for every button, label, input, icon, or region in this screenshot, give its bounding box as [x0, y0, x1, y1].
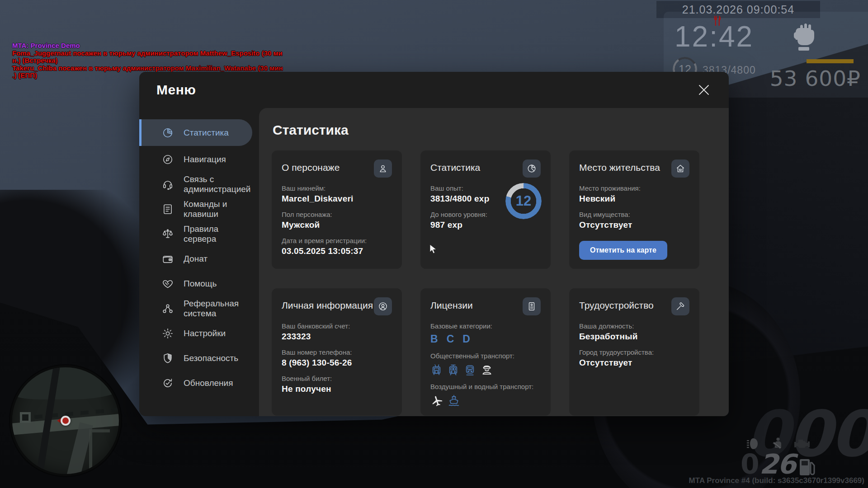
- license-category-c: C: [447, 333, 454, 345]
- sidebar-item-donate[interactable]: Донат: [139, 248, 252, 270]
- field-value: Не получен: [282, 384, 392, 394]
- chat-line: Foma_Juggernaut посажен в тюрьму админис…: [12, 50, 283, 57]
- field-label: Город трудоустройства:: [579, 348, 689, 356]
- field-value: Невский: [579, 194, 689, 204]
- sidebar-item-admin-contact[interactable]: Связь с администрацией: [139, 173, 252, 196]
- sidebar-item-label: Команды и клавиши: [184, 199, 246, 219]
- license-category-d: D: [462, 333, 470, 345]
- field-label: Ваш банковский счет:: [282, 322, 392, 330]
- field-label: Ваша должность:: [579, 322, 689, 330]
- card-licenses: Лицензии Базовые категории: B C D: [420, 288, 551, 416]
- sidebar-item-statistics[interactable]: Статистика: [139, 119, 252, 146]
- fuel-leading-digit: 0: [741, 448, 760, 480]
- hunger-icon: [712, 15, 722, 28]
- public-transport-licenses: [430, 363, 541, 376]
- compass-icon: [162, 154, 174, 165]
- sidebar-item-label: Безопасность: [184, 353, 238, 363]
- field-label: Ваш номер телефона:: [282, 348, 392, 356]
- money-accent-bar: [807, 59, 854, 63]
- ship-icon: [448, 394, 460, 407]
- license-category-b: B: [430, 333, 438, 345]
- field-value: Отсутствует: [579, 220, 689, 230]
- pie-chart-icon: [162, 127, 174, 139]
- field-value: 233323: [282, 332, 392, 342]
- fuel-gauge: 026: [741, 448, 815, 480]
- mark-on-map-button[interactable]: Отметить на карте: [579, 241, 667, 260]
- menu-header: Меню: [139, 72, 729, 108]
- chat-server-title: MTA: Province Demo: [12, 42, 283, 50]
- field-label: Вид имущества:: [579, 211, 689, 218]
- field-label: Место проживания:: [579, 184, 689, 192]
- gear-icon: [162, 328, 174, 339]
- heart-handshake-icon: [162, 278, 174, 290]
- card-title: Статистика: [430, 162, 480, 173]
- sidebar-item-label: Реферальная система: [184, 299, 246, 319]
- card-title: Трудоустройство: [579, 300, 654, 311]
- card-statistics: Статистика Ваш опыт: 3813/4800 exp До но…: [420, 150, 551, 269]
- card-employment: Трудоустройство Ваша должность: Безработ…: [569, 288, 699, 416]
- captain-cap-icon: [481, 363, 493, 376]
- field-label: Ваш никнейм:: [282, 184, 392, 192]
- sidebar-item-navigation[interactable]: Навигация: [139, 148, 252, 171]
- sidebar-item-label: Статистика: [184, 128, 229, 138]
- card-about-character: О персонаже Ваш никнейм: Marcel_Diskaver…: [272, 150, 402, 269]
- close-button[interactable]: [697, 83, 711, 97]
- minimap-building: [20, 412, 31, 423]
- server-build-info: MTA Province #4 (build: s3635c3670r1399v…: [689, 476, 864, 485]
- game-screen: MTA: Province Demo Foma_Juggernaut посаж…: [0, 0, 868, 488]
- sidebar-item-referral[interactable]: Реферальная система: [139, 297, 252, 320]
- minimap-player-marker: [61, 416, 71, 426]
- chat-line: н.) (Встречка): [12, 57, 283, 65]
- field-label: Военный билет:: [282, 375, 392, 382]
- menu-sidebar: Статистика Навигация Связь с администрац…: [139, 108, 259, 416]
- card-title: Место жительства: [579, 162, 660, 173]
- sidebar-item-settings[interactable]: Настройки: [139, 322, 252, 345]
- card-title: Личная информация: [282, 300, 373, 311]
- chat-line: Takeru_Chiba посажен в тюрьму администра…: [12, 65, 283, 72]
- air-water-licenses: [430, 394, 541, 407]
- sidebar-item-label: Связь с администрацией: [184, 174, 250, 194]
- plane-icon: [429, 392, 444, 408]
- train-icon: [464, 364, 476, 376]
- hammer-icon: [671, 297, 689, 315]
- sidebar-item-label: Помощь: [184, 279, 217, 289]
- sidebar-item-updates[interactable]: Обновления: [139, 372, 252, 394]
- license-categories: B C D: [430, 333, 541, 345]
- sidebar-item-label: Правила сервера: [184, 224, 246, 244]
- sidebar-item-server-rules[interactable]: Правила сервера: [139, 223, 252, 245]
- sidebar-item-label: Обновления: [184, 378, 233, 388]
- shield-icon: [162, 352, 174, 364]
- field-label: Дата и время регистрации:: [282, 237, 392, 244]
- card-title: О персонаже: [282, 162, 340, 173]
- card-residence: Место жительства Место проживания: Невск…: [569, 150, 699, 269]
- field-label: Пол персонажа:: [282, 211, 392, 218]
- raised-fist-icon: [791, 22, 815, 53]
- close-icon: [698, 84, 710, 96]
- sidebar-item-label: Навигация: [184, 155, 226, 164]
- field-value: Безработный: [579, 332, 689, 342]
- scales-icon: [162, 228, 174, 240]
- update-check-icon: [162, 377, 174, 389]
- mouse-cursor: [429, 244, 438, 257]
- menu-content: Статистика О персонаже Ваш никнейм: Ma: [259, 108, 729, 416]
- field-label: Воздушный и водный транспорт:: [430, 383, 541, 390]
- fuel-value: 26: [760, 448, 796, 480]
- sidebar-item-label: Донат: [184, 254, 208, 264]
- network-icon: [162, 303, 174, 314]
- field-label: Общественный транспорт:: [430, 352, 541, 360]
- fuel-pump-icon: [799, 458, 815, 476]
- level-value: 12: [505, 183, 542, 219]
- field-value: 987 exp: [430, 220, 541, 230]
- sidebar-item-security[interactable]: Безопасность: [139, 347, 252, 370]
- field-value: 8 (963) 130-56-26: [282, 358, 392, 368]
- headset-icon: [162, 178, 174, 190]
- license-card-icon: [523, 297, 541, 315]
- tram-icon: [447, 364, 459, 376]
- field-value: Marcel_Diskaveri: [282, 194, 392, 204]
- field-label: Базовые категории:: [430, 322, 541, 330]
- minimap: [10, 365, 121, 476]
- sidebar-item-help[interactable]: Помощь: [139, 272, 252, 295]
- document-icon: [162, 203, 174, 215]
- field-value: Мужской: [282, 220, 392, 230]
- sidebar-item-commands[interactable]: Команды и клавиши: [139, 198, 252, 221]
